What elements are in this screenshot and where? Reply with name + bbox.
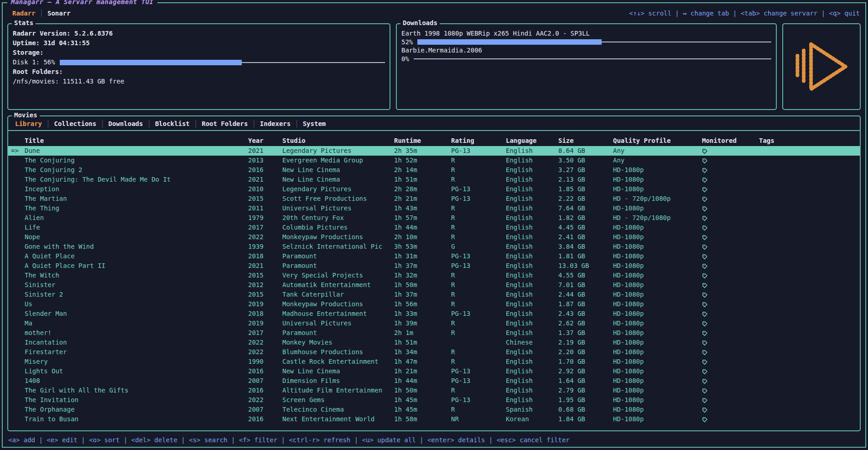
cell-year: 2018 bbox=[248, 251, 282, 261]
cell-language: English bbox=[506, 146, 558, 156]
cell-quality-profile: HD-1080p bbox=[613, 251, 702, 261]
movies-tab-indexers[interactable]: Indexers bbox=[260, 120, 291, 127]
cell-studio: New Line Cinema bbox=[282, 175, 394, 184]
cell-year: 2022 bbox=[248, 338, 282, 347]
movies-tab-system[interactable]: System bbox=[303, 120, 326, 127]
logo-panel bbox=[782, 23, 861, 110]
monitored-tag-icon bbox=[702, 330, 708, 336]
cell-runtime: 1h 39m bbox=[394, 319, 451, 328]
cell-size: 1.85 GB bbox=[558, 184, 613, 194]
cell-language: Spanish bbox=[506, 405, 558, 414]
download-progressbar bbox=[417, 39, 771, 45]
table-row[interactable]: Slender Man2018Madhouse Entertainment1h … bbox=[8, 309, 860, 319]
tab-separator: │ bbox=[40, 10, 43, 17]
movies-tab-blocklist[interactable]: Blocklist bbox=[155, 120, 190, 127]
table-row[interactable]: Inception2010Legendary Pictures2h 28mPG-… bbox=[8, 184, 860, 194]
cell-studio: Evergreen Media Group bbox=[282, 156, 394, 165]
cell-rating: R bbox=[451, 156, 506, 165]
monitored-tag-icon bbox=[702, 177, 708, 183]
cell-monitored bbox=[702, 271, 759, 280]
table-row[interactable]: A Quiet Place Part II2021Paramount1h 37m… bbox=[8, 261, 860, 271]
cell-title: Sinister 2 bbox=[25, 290, 248, 299]
table-row[interactable]: A Quiet Place2018Paramount1h 31mPG-13Eng… bbox=[8, 251, 860, 261]
cell-rating: PG-13 bbox=[451, 261, 506, 271]
table-row[interactable]: The Girl with All the Gifts2016Altitude … bbox=[8, 386, 860, 395]
cell-language: English bbox=[506, 175, 558, 184]
table-row[interactable]: Firestarter2022Blumhouse Productions1h 3… bbox=[8, 347, 860, 357]
cell-studio: Dimension Films bbox=[282, 376, 394, 386]
cell-size: 1.84 GB bbox=[558, 414, 613, 424]
download-percent-label: 52% bbox=[401, 38, 413, 46]
movies-tab-root-folders[interactable]: Root Folders bbox=[202, 120, 248, 127]
column-header-studio: Studio bbox=[282, 137, 394, 144]
movies-tab-downloads[interactable]: Downloads bbox=[109, 120, 143, 127]
table-row[interactable]: The Witch2015Very Special Projects1h 32m… bbox=[8, 271, 860, 280]
table-row[interactable]: The Conjuring: The Devil Made Me Do It20… bbox=[8, 175, 860, 184]
cell-language: English bbox=[506, 271, 558, 280]
movies-tab-collections[interactable]: Collections bbox=[54, 120, 96, 127]
cell-size: 2.13 GB bbox=[558, 175, 613, 184]
cell-size: 4.45 GB bbox=[558, 223, 613, 232]
table-row[interactable]: Nope2022Monkeypaw Productions2h 10mREngl… bbox=[8, 232, 860, 242]
table-row[interactable]: Lights Out2016New Line Cinema1h 21mPG-13… bbox=[8, 366, 860, 376]
table-row[interactable]: Sinister2012Automatik Entertainment1h 50… bbox=[8, 280, 860, 290]
root-folders-label: Root Folders: bbox=[13, 67, 385, 77]
cell-rating: R bbox=[451, 165, 506, 175]
storage-label: Storage: bbox=[13, 48, 385, 58]
cell-quality-profile: HD-1080p bbox=[613, 271, 702, 280]
cell-rating: PG-13 bbox=[451, 184, 506, 194]
table-row[interactable]: The Conjuring 22016New Line Cinema2h 14m… bbox=[8, 165, 860, 175]
servarr-tab-sonarr[interactable]: Sonarr bbox=[47, 10, 71, 17]
cell-language: English bbox=[506, 165, 558, 175]
monitored-tag-icon bbox=[702, 158, 708, 164]
cell-studio: Castle Rock Entertainment bbox=[282, 357, 394, 366]
cell-size: 2.43 GB bbox=[558, 309, 613, 319]
table-row[interactable]: Misery1990Castle Rock Entertainment1h 47… bbox=[8, 357, 860, 366]
download-item-name: Earth 1998 1080p WEBRip x265 Hindi AAC2.… bbox=[401, 29, 771, 38]
cell-runtime: 1h 56m bbox=[394, 299, 451, 309]
help-separator: | bbox=[120, 436, 131, 444]
monitored-tag-icon bbox=[702, 273, 708, 279]
movies-panel-title: Movies bbox=[12, 111, 40, 119]
cell-monitored bbox=[702, 299, 759, 309]
table-row[interactable]: Train to Busan2016Next Entertainment Wor… bbox=[8, 414, 860, 424]
table-row[interactable]: Sinister 22015Tank Caterpillar1h 37mREng… bbox=[8, 290, 860, 299]
table-row[interactable]: mother!2017Paramount2h 1mREnglish1.37 GB… bbox=[8, 328, 860, 338]
cell-rating: R bbox=[451, 328, 506, 338]
cell-runtime: 1h 51m bbox=[394, 175, 451, 184]
movies-table-body: =>Dune2021Legendary Pictures2h 35mPG-13E… bbox=[8, 146, 860, 430]
cell-rating: R bbox=[451, 386, 506, 395]
cell-monitored bbox=[702, 242, 759, 251]
table-row[interactable]: The Conjuring2013Evergreen Media Group1h… bbox=[8, 156, 860, 165]
table-row[interactable]: Ma2019Universal Pictures1h 39mREnglish2.… bbox=[8, 319, 860, 328]
cell-language: English bbox=[506, 395, 558, 405]
table-row[interactable]: Alien197920th Century Fox1h 57mREnglish1… bbox=[8, 213, 860, 223]
movies-tab-library[interactable]: Library bbox=[15, 120, 42, 127]
column-header-runtime: Runtime bbox=[394, 137, 451, 144]
cell-year: 2019 bbox=[248, 319, 282, 328]
cell-studio: Paramount bbox=[282, 328, 394, 338]
table-row[interactable]: Gone with the Wind1939Selznick Internati… bbox=[8, 242, 860, 251]
cell-title: Us bbox=[25, 299, 248, 309]
cell-title: Dune bbox=[25, 146, 248, 156]
cell-title: Inception bbox=[25, 184, 248, 194]
table-row[interactable]: The Martian2015Scott Free Productions2h … bbox=[8, 194, 860, 204]
servarr-tab-radarr[interactable]: Radarr bbox=[12, 10, 36, 17]
table-row[interactable]: The Thing2011Universal Pictures1h 43mREn… bbox=[8, 204, 860, 213]
cell-quality-profile: HD-1080p bbox=[613, 165, 702, 175]
table-row[interactable]: Incantation2022Monkey Movies1h 51mChines… bbox=[8, 338, 860, 347]
cell-monitored bbox=[702, 386, 759, 395]
cell-studio: Monkeypaw Productions bbox=[282, 299, 394, 309]
cell-title: Misery bbox=[25, 357, 248, 366]
cell-size: 4.55 GB bbox=[558, 271, 613, 280]
cell-year: 2013 bbox=[248, 156, 282, 165]
table-row[interactable]: =>Dune2021Legendary Pictures2h 35mPG-13E… bbox=[8, 146, 860, 156]
table-row[interactable]: Us2019Monkeypaw Productions1h 56mREnglis… bbox=[8, 299, 860, 309]
monitored-tag-icon bbox=[702, 350, 708, 356]
cell-runtime: 1h 32m bbox=[394, 271, 451, 280]
table-row[interactable]: 14082007Dimension Films1h 44mPG-13Englis… bbox=[8, 376, 860, 386]
table-row[interactable]: The Invitation2022Screen Gems1h 45mPG-13… bbox=[8, 395, 860, 405]
table-row[interactable]: The Orphanage2007Telecinco Cinema1h 45mR… bbox=[8, 405, 860, 414]
cell-year: 2016 bbox=[248, 165, 282, 175]
table-row[interactable]: Life2017Columbia Pictures1h 44mREnglish4… bbox=[8, 223, 860, 232]
